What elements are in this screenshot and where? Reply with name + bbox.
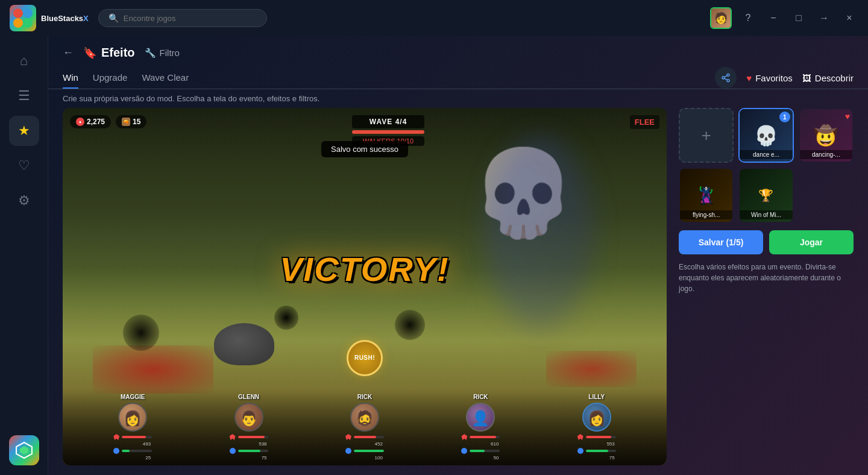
back-arrow-icon: ← xyxy=(63,46,74,59)
rick-stats: 452 100 xyxy=(345,434,384,461)
tab-upgrade[interactable]: Upgrade xyxy=(93,68,128,89)
character-rick: RICK 🧔 452 xyxy=(345,394,384,461)
avatar-maggie: 👩 xyxy=(118,403,147,432)
right-panel: + 💀 1 dance e... 🤠 xyxy=(679,108,854,465)
search-icon: 🔍 xyxy=(108,13,119,23)
sidebar-item-mods[interactable]: ★ xyxy=(9,116,39,146)
resource-icon: 🔫 xyxy=(122,118,130,126)
win-effect-icon: 🏆 xyxy=(758,188,773,203)
filter-button[interactable]: 🔧 Filtro xyxy=(145,48,180,58)
tabs-bar: Win Upgrade Wave Clear ♥ Favoritos 🖼 Des… xyxy=(48,60,868,89)
hp-bar-lilly xyxy=(586,436,616,438)
avatar-rick: 🧔 xyxy=(350,403,379,432)
app-name: BlueStacksX xyxy=(41,14,89,23)
search-input[interactable] xyxy=(124,14,257,23)
heart-badge: ♥ xyxy=(845,112,850,121)
home-icon: ⌂ xyxy=(20,53,28,69)
bookmark-icon: 🔖 xyxy=(83,46,96,60)
ink-splatter-2 xyxy=(274,306,298,330)
ep-bar-glenn xyxy=(238,450,268,452)
heart-icon: ♥ xyxy=(746,73,752,83)
user-avatar[interactable]: 🧑 xyxy=(710,7,732,29)
effect-card-dance[interactable]: 💀 1 dance e... xyxy=(738,108,793,163)
maximize-button[interactable]: □ xyxy=(790,9,808,27)
energy-icon-lilly xyxy=(577,448,583,454)
victory-text: VICTORY! xyxy=(280,249,450,288)
character-rick2: RICK 👤 610 xyxy=(461,394,500,461)
effect-label-flying: flying-sh... xyxy=(680,210,732,219)
blood-splatter-1 xyxy=(93,345,213,394)
ep-bar-lilly xyxy=(586,450,616,452)
title-bar-right: 🧑 ? − □ → × xyxy=(710,7,858,29)
svg-point-3 xyxy=(23,18,33,28)
ep-bar-rick2 xyxy=(470,450,500,452)
blood-splatter-2 xyxy=(546,351,637,387)
effect-label-dancing: dancing-... xyxy=(800,150,852,159)
maggie-stats: 493 25 xyxy=(113,434,152,461)
close-button[interactable]: × xyxy=(840,9,858,27)
effects-grid: + 💀 1 dance e... 🤠 xyxy=(679,108,854,223)
nav-title: 🔖 Efeito xyxy=(83,46,135,60)
info-text: Escolha vários efeitos para um evento. D… xyxy=(679,262,854,294)
rock-prop xyxy=(214,323,274,365)
library-icon: ☰ xyxy=(18,88,30,104)
effect-card-flying[interactable]: 🦹 flying-sh... xyxy=(679,168,734,222)
tabs-right: ♥ Favoritos 🖼 Descobrir xyxy=(715,67,854,89)
plus-icon: + xyxy=(701,126,711,145)
save-button[interactable]: Salvar (1/5) xyxy=(679,230,763,254)
health-icon-lilly xyxy=(577,434,583,440)
svg-point-1 xyxy=(23,8,33,18)
tab-wave-clear[interactable]: Wave Clear xyxy=(142,68,189,89)
play-button[interactable]: Jogar xyxy=(769,230,854,254)
sidebar-item-library[interactable]: ☰ xyxy=(9,81,39,111)
health-icon xyxy=(113,434,119,440)
sidebar-item-favorites[interactable]: ♡ xyxy=(9,151,39,181)
hp-bar-rick2 xyxy=(470,436,500,438)
add-effect-button[interactable]: + xyxy=(679,108,734,163)
flee-button[interactable]: FLEE xyxy=(630,115,659,129)
effect-card-win[interactable]: 🏆 Win of Mi... xyxy=(738,168,793,222)
svg-point-0 xyxy=(13,8,23,18)
favoritos-button[interactable]: ♥ Favoritos xyxy=(746,73,793,83)
effect-badge: 1 xyxy=(779,112,790,122)
bluestacks-logo-bottom xyxy=(9,435,39,465)
help-button[interactable]: ? xyxy=(739,9,757,27)
title-bar: BlueStacksX 🔍 🧑 ? − □ → × xyxy=(0,0,868,36)
character-maggie: MAGGIE 👩 493 xyxy=(113,394,152,461)
glenn-stats: 538 75 xyxy=(230,434,268,461)
hp-bar xyxy=(122,436,152,438)
wave-label: WAVE 4/4 xyxy=(352,115,424,128)
save-notification: Salvo com sucesso xyxy=(321,141,408,157)
main-layout: ⌂ ☰ ★ ♡ ⚙ ← 🔖 Efe xyxy=(0,36,868,475)
skeleton-glow xyxy=(486,136,594,329)
energy-icon xyxy=(113,448,119,454)
forward-button[interactable]: → xyxy=(815,9,833,27)
effect-label-win: Win of Mi... xyxy=(740,210,792,219)
dancing-effect-icon: 🤠 xyxy=(814,124,838,147)
top-nav: ← 🔖 Efeito 🔧 Filtro xyxy=(48,36,868,60)
rush-button[interactable]: RUSH! xyxy=(347,340,383,376)
wave-progress-bar xyxy=(352,130,424,134)
descobrir-button[interactable]: 🖼 Descobrir xyxy=(802,73,854,83)
svg-point-8 xyxy=(727,80,729,82)
health-icon-rick xyxy=(345,434,351,440)
character-glenn: GLENN 👨 538 xyxy=(230,394,268,461)
effect-card-dancing[interactable]: 🤠 ♥ dancing-... xyxy=(799,108,854,163)
tab-win[interactable]: Win xyxy=(63,68,78,89)
description: Crie sua própria versão do mod. Escolha … xyxy=(48,89,868,108)
back-button[interactable]: ← xyxy=(63,46,74,59)
svg-line-10 xyxy=(725,75,728,77)
ep-bar-rick xyxy=(354,450,384,452)
share-button[interactable] xyxy=(715,67,737,89)
minimize-button[interactable]: − xyxy=(764,9,782,27)
avatar-image: 🧑 xyxy=(711,8,731,28)
victory-overlay: VICTORY! xyxy=(280,249,450,288)
svg-point-6 xyxy=(727,74,729,76)
coin-badge: ♦ 2,275 xyxy=(70,115,111,128)
energy-icon-rick2 xyxy=(461,448,467,454)
search-bar[interactable]: 🔍 xyxy=(98,9,267,27)
sidebar-item-home[interactable]: ⌂ xyxy=(9,46,39,76)
sidebar-item-settings[interactable]: ⚙ xyxy=(9,186,39,216)
action-buttons: Salvar (1/5) Jogar xyxy=(679,230,854,254)
star-icon: ★ xyxy=(18,123,30,139)
